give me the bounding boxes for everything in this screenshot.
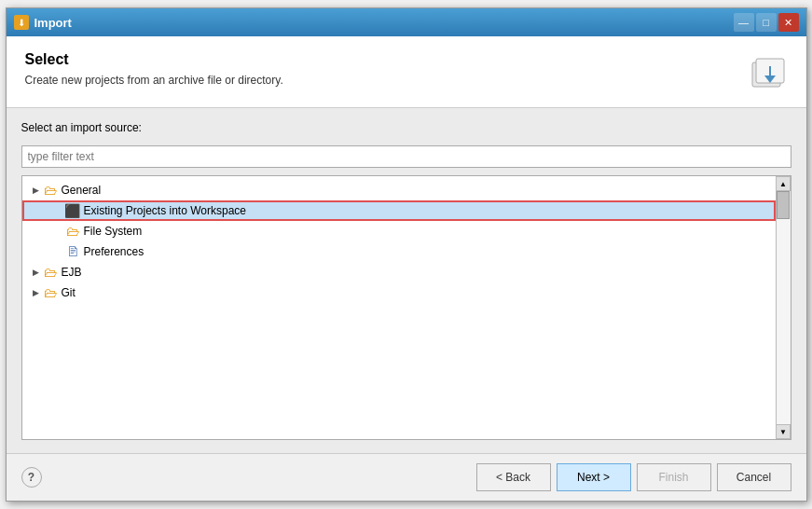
tree-item-label-git: Git <box>62 286 76 299</box>
title-bar-left: ⬇ Import <box>14 15 72 30</box>
footer-section: ? < Back Next > Finish Cancel <box>7 453 806 501</box>
tree-item-file-system[interactable]: 🗁 File System <box>22 221 776 241</box>
minimize-button[interactable]: — <box>734 13 754 32</box>
tree-item-label-preferences: Preferences <box>84 245 145 258</box>
folder-icon-git: 🗁 <box>43 285 58 300</box>
footer-left: ? <box>21 467 42 488</box>
maximize-button[interactable]: □ <box>756 13 777 32</box>
title-controls: — □ ✕ <box>734 13 799 32</box>
tree-item-label-general: General <box>62 184 102 197</box>
workspace-icon: ⬛ <box>65 203 80 218</box>
cancel-button[interactable]: Cancel <box>717 463 791 491</box>
expand-arrow-prefs <box>52 245 65 258</box>
close-button[interactable]: ✕ <box>778 13 799 32</box>
header-description: Create new projects from an archive file… <box>25 74 283 87</box>
header-title: Select <box>25 51 283 68</box>
preferences-icon: 🖹 <box>65 244 80 259</box>
next-button[interactable]: Next > <box>557 463 631 491</box>
footer-buttons: < Back Next > Finish Cancel <box>476 463 791 491</box>
dialog-content: Select Create new projects from an archi… <box>7 36 806 501</box>
scroll-up-button[interactable]: ▲ <box>776 176 791 191</box>
body-section: Select an import source: ▶ 🗁 General ⬛ <box>7 108 806 453</box>
scroll-thumb[interactable] <box>777 191 790 219</box>
tree-container: ▶ 🗁 General ⬛ Existing Projects into Wor… <box>21 175 791 440</box>
header-section: Select Create new projects from an archi… <box>7 36 806 108</box>
source-label: Select an import source: <box>21 121 791 134</box>
header-text: Select Create new projects from an archi… <box>25 51 283 87</box>
expand-arrow-general: ▶ <box>30 184 43 197</box>
window-title: Import <box>34 16 72 30</box>
folder-icon-general: 🗁 <box>43 183 58 198</box>
expand-arrow-git: ▶ <box>30 286 43 299</box>
folder-icon-fs: 🗁 <box>65 224 80 239</box>
tree-item-git[interactable]: ▶ 🗁 Git <box>22 282 776 303</box>
window-icon: ⬇ <box>14 15 29 30</box>
scrollbar[interactable]: ▲ ▼ <box>776 176 791 439</box>
help-button[interactable]: ? <box>21 467 42 488</box>
scroll-track <box>777 191 791 424</box>
folder-icon-ejb: 🗁 <box>43 265 58 280</box>
tree-item-general[interactable]: ▶ 🗁 General <box>22 180 776 200</box>
back-button[interactable]: < Back <box>476 463 551 491</box>
expand-arrow-existing <box>52 204 65 217</box>
scroll-down-button[interactable]: ▼ <box>776 424 791 439</box>
tree-item-label-existing-projects: Existing Projects into Workspace <box>84 204 247 217</box>
tree-item-label-ejb: EJB <box>62 266 82 279</box>
tree-item-ejb[interactable]: ▶ 🗁 EJB <box>22 262 776 282</box>
expand-arrow-ejb: ▶ <box>30 266 43 279</box>
tree-list[interactable]: ▶ 🗁 General ⬛ Existing Projects into Wor… <box>22 176 776 439</box>
title-bar: ⬇ Import — □ ✕ <box>7 8 806 36</box>
filter-input[interactable] <box>21 145 791 168</box>
finish-button[interactable]: Finish <box>637 463 711 491</box>
tree-item-existing-projects[interactable]: ⬛ Existing Projects into Workspace <box>22 200 776 221</box>
tree-item-label-file-system: File System <box>84 225 143 238</box>
import-dialog: ⬇ Import — □ ✕ Select Create new project… <box>6 7 807 502</box>
import-icon <box>750 55 788 92</box>
tree-item-preferences[interactable]: 🖹 Preferences <box>22 241 776 262</box>
expand-arrow-fs <box>52 225 65 238</box>
